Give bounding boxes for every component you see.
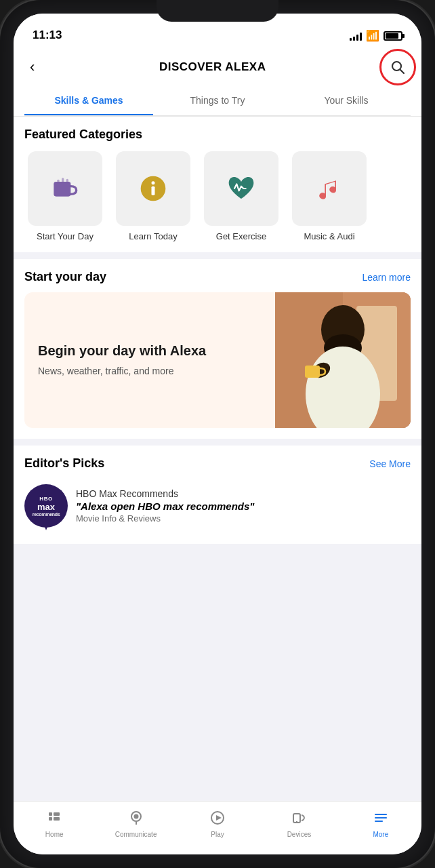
- svg-rect-8: [152, 186, 155, 195]
- communicate-icon: [128, 810, 144, 829]
- nav-more-label: More: [373, 831, 388, 838]
- main-content: Featured Categories: [14, 117, 421, 801]
- svg-rect-18: [49, 817, 52, 821]
- category-learn-today[interactable]: Learn Today: [112, 151, 194, 241]
- category-start-your-day[interactable]: Start Your Day: [24, 151, 106, 241]
- music-note-icon: [312, 172, 346, 205]
- page-title: DISCOVER ALEXA: [159, 60, 266, 74]
- start-day-header: Start your day Learn more: [24, 270, 411, 284]
- banner-person-image: [275, 292, 411, 428]
- svg-rect-16: [305, 366, 320, 378]
- wifi-icon: 📶: [366, 29, 379, 42]
- nav-devices[interactable]: Devices: [258, 807, 339, 841]
- play-icon: [209, 810, 226, 829]
- category-icon-box-start: [28, 151, 102, 226]
- category-icon-box-learn: [116, 151, 190, 226]
- bottom-nav: Home Communicate: [14, 801, 421, 854]
- nav-home-label: Home: [45, 831, 64, 838]
- status-time: 11:13: [33, 28, 62, 42]
- banner-sub-text: News, weather, traffic, and more: [38, 365, 262, 378]
- pick-name: HBO Max Recommends: [76, 488, 411, 499]
- featured-categories-title: Featured Categories: [24, 127, 411, 142]
- svg-point-22: [133, 814, 138, 819]
- header: ‹ DISCOVER ALEXA Skills & Games Things t…: [14, 47, 421, 117]
- nav-communicate[interactable]: Communicate: [95, 807, 176, 841]
- category-label-start: Start Your Day: [37, 231, 94, 241]
- category-icon-box-exercise: [204, 151, 278, 226]
- hbo-pin: [43, 524, 49, 530]
- hbo-label-small: HBO: [39, 496, 52, 502]
- editors-header: Editor's Picks See More: [24, 456, 411, 471]
- svg-line-1: [400, 70, 405, 74]
- editors-picks-title: Editor's Picks: [24, 456, 104, 471]
- svg-rect-5: [66, 179, 68, 183]
- svg-rect-4: [62, 178, 64, 183]
- person-svg: [275, 292, 411, 428]
- start-day-title: Start your day: [24, 270, 106, 284]
- see-more-button[interactable]: See More: [369, 458, 411, 469]
- search-button-wrapper: [385, 54, 411, 80]
- banner-main-text: Begin your day with Alexa: [38, 342, 262, 359]
- signal-icon: [350, 31, 362, 41]
- svg-rect-3: [57, 180, 59, 184]
- svg-rect-20: [54, 817, 60, 821]
- banner-card[interactable]: Begin your day with Alexa News, weather,…: [24, 292, 411, 428]
- categories-row: Start Your Day Learn Today: [24, 151, 411, 241]
- nav-communicate-label: Communicate: [115, 831, 157, 838]
- back-button[interactable]: ‹: [24, 56, 40, 79]
- nav-more[interactable]: More: [340, 807, 421, 841]
- mug-icon: [48, 172, 82, 205]
- search-button[interactable]: [385, 54, 411, 80]
- pick-item-hbo[interactable]: HBO max recommends HBO Max Recommends "A…: [24, 479, 411, 533]
- hbo-icon: HBO max recommends: [24, 484, 68, 528]
- learn-more-button[interactable]: Learn more: [362, 272, 411, 283]
- info-icon: [136, 172, 170, 205]
- more-icon: [373, 810, 389, 829]
- category-music-audio[interactable]: Music & Audi: [289, 151, 370, 241]
- featured-categories-section: Featured Categories: [14, 117, 421, 252]
- category-icon-box-music: [292, 151, 367, 226]
- battery-icon: [384, 31, 402, 41]
- search-icon: [390, 59, 406, 75]
- hbo-label-large: max: [37, 502, 55, 512]
- pick-info: HBO Max Recommends "Alexa open HBO max r…: [76, 488, 411, 524]
- svg-rect-17: [49, 812, 52, 816]
- svg-point-7: [152, 181, 155, 184]
- category-label-music: Music & Audi: [304, 231, 354, 241]
- editors-picks-section: Editor's Picks See More HBO max recommen…: [14, 446, 421, 544]
- devices-icon: [291, 810, 307, 829]
- nav-play-label: Play: [211, 831, 224, 838]
- tabs-bar: Skills & Games Things to Try Your Skills: [24, 87, 411, 116]
- home-icon: [46, 810, 62, 829]
- start-your-day-section: Start your day Learn more Begin your day…: [14, 259, 421, 439]
- tab-skills-games[interactable]: Skills & Games: [24, 87, 153, 115]
- tab-your-skills[interactable]: Your Skills: [282, 87, 411, 115]
- pick-command: "Alexa open HBO max recommends": [76, 500, 411, 512]
- svg-rect-2: [54, 182, 70, 197]
- phone-frame: 11:13 📶 ‹ DISCOVER ALEXA: [0, 0, 435, 868]
- heart-pulse-icon: [224, 172, 258, 205]
- category-get-exercise[interactable]: Get Exercise: [201, 151, 282, 241]
- tab-things-to-try[interactable]: Things to Try: [153, 87, 282, 115]
- nav-devices-label: Devices: [287, 831, 312, 838]
- screen: 11:13 📶 ‹ DISCOVER ALEXA: [14, 14, 421, 854]
- svg-marker-25: [216, 815, 222, 821]
- category-label-exercise: Get Exercise: [216, 231, 266, 241]
- banner-text-area: Begin your day with Alexa News, weather,…: [24, 328, 275, 392]
- nav-play[interactable]: Play: [177, 807, 258, 841]
- status-icons: 📶: [350, 29, 402, 42]
- notch: [157, 0, 278, 22]
- nav-home[interactable]: Home: [14, 807, 95, 841]
- pick-category: Movie Info & Reviews: [76, 513, 411, 524]
- hbo-label-recommends: recommends: [33, 512, 60, 517]
- svg-rect-19: [54, 812, 60, 816]
- category-label-learn: Learn Today: [129, 231, 177, 241]
